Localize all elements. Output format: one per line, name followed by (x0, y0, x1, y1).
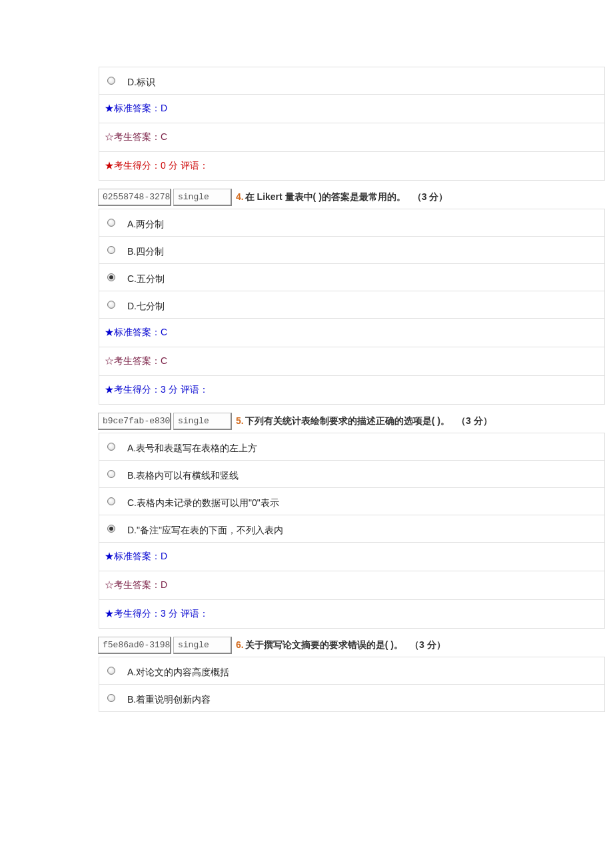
question-type-box: single (173, 189, 232, 206)
question-id-box: b9ce7fab-e830- (98, 413, 171, 430)
comment-label: 评语： (178, 608, 209, 619)
score-unit: 分 (169, 384, 178, 395)
std-value: D (161, 551, 167, 561)
radio-icon[interactable] (107, 470, 115, 478)
option-text: C.表格内未记录的数据可以用"0"表示 (127, 493, 279, 509)
radio-icon[interactable] (107, 246, 115, 254)
comment-label: 评语： (178, 384, 209, 395)
score-row: ★考生得分：3 分 评语： (99, 599, 605, 629)
question-title-line: 6. 关于撰写论文摘要的要求错误的是( )。 （3 分） (232, 639, 446, 654)
option-row-b[interactable]: B.着重说明创新内容 (99, 684, 605, 712)
radio-icon[interactable] (107, 667, 115, 675)
option-row-d[interactable]: D.标识 (99, 67, 605, 94)
question-id-box: 02558748-3278- (98, 189, 171, 206)
question-text: 关于撰写论文摘要的要求错误的是( )。 (245, 639, 403, 653)
score-unit: 分 (169, 608, 178, 619)
stu-label: ☆考生答案： (105, 579, 161, 590)
question-text: 下列有关统计表绘制要求的描述正确的选项是( )。 (245, 415, 450, 429)
std-value: D (161, 103, 167, 113)
student-answer-row: ☆考生答案：C (99, 347, 605, 375)
option-row-c[interactable]: C.五分制 (99, 263, 605, 291)
score-row: ★考生得分：3 分 评语： (99, 375, 605, 405)
option-row-b[interactable]: B.四分制 (99, 236, 605, 263)
standard-answer-row: ★标准答案：D (99, 542, 605, 571)
radio-icon[interactable] (107, 273, 115, 281)
radio-icon[interactable] (107, 497, 115, 505)
stu-label: ☆考生答案： (105, 131, 161, 142)
question-number: 5. (236, 415, 244, 427)
stu-label: ☆考生答案： (105, 355, 161, 366)
option-row-d[interactable]: D.七分制 (99, 291, 605, 318)
option-text: A.两分制 (127, 215, 164, 231)
score-row: ★考生得分：0 分 评语： (99, 151, 605, 181)
score-value: 3 (161, 608, 166, 619)
student-answer-row: ☆考生答案：D (99, 571, 605, 599)
std-label: ★标准答案： (105, 551, 161, 561)
option-row-a[interactable]: A.对论文的内容高度概括 (99, 657, 605, 684)
score-label: ★考生得分： (105, 384, 161, 395)
score-label: ★考生得分： (105, 160, 161, 171)
std-value: C (161, 327, 167, 337)
option-text: C.五分制 (127, 269, 165, 285)
question-6-block: A.对论文的内容高度概括 B.着重说明创新内容 (99, 657, 605, 712)
option-text: A.对论文的内容高度概括 (127, 663, 229, 679)
stu-value: D (161, 579, 167, 590)
option-row-c[interactable]: C.表格内未记录的数据可以用"0"表示 (99, 487, 605, 515)
option-row-b[interactable]: B.表格内可以有横线和竖线 (99, 460, 605, 487)
question-3-tail: D.标识 ★标准答案：D ☆考生答案：C ★考生得分：0 分 评语： (99, 67, 605, 181)
question-6-header: f5e86ad0-3198- single 6. 关于撰写论文摘要的要求错误的是… (99, 637, 605, 654)
question-4-header: 02558748-3278- single 4. 在 Likert 量表中( )… (99, 189, 605, 206)
question-id-box: f5e86ad0-3198- (98, 637, 171, 654)
student-answer-row: ☆考生答案：C (99, 123, 605, 151)
option-text: D."备注"应写在表的下面，不列入表内 (127, 521, 283, 537)
question-points: （3 分） (410, 639, 446, 653)
stu-value: C (161, 355, 167, 366)
question-title-line: 4. 在 Likert 量表中( )的答案是最常用的。 （3 分） (232, 191, 448, 206)
stu-value: C (161, 131, 167, 142)
option-text: B.表格内可以有横线和竖线 (127, 466, 239, 482)
radio-icon[interactable] (107, 301, 115, 309)
std-label: ★标准答案： (105, 103, 161, 113)
radio-icon[interactable] (107, 694, 115, 702)
option-row-d[interactable]: D."备注"应写在表的下面，不列入表内 (99, 515, 605, 542)
question-type-box: single (173, 413, 232, 430)
radio-icon[interactable] (107, 219, 115, 227)
radio-icon[interactable] (107, 443, 115, 451)
question-5-header: b9ce7fab-e830- single 5. 下列有关统计表绘制要求的描述正… (99, 413, 605, 430)
standard-answer-row: ★标准答案：D (99, 94, 605, 123)
score-unit: 分 (169, 160, 178, 171)
option-text: B.四分制 (127, 242, 164, 258)
option-row-a[interactable]: A.两分制 (99, 209, 605, 236)
question-number: 6. (236, 639, 244, 651)
score-label: ★考生得分： (105, 608, 161, 619)
score-value: 0 (161, 160, 166, 171)
standard-answer-row: ★标准答案：C (99, 318, 605, 347)
question-5-block: A.表号和表题写在表格的左上方 B.表格内可以有横线和竖线 C.表格内未记录的数… (99, 433, 605, 629)
question-points: （3 分） (412, 191, 448, 205)
question-4-block: A.两分制 B.四分制 C.五分制 D.七分制 ★标准答案：C ☆考生答案：C … (99, 209, 605, 405)
option-text: B.着重说明创新内容 (127, 690, 211, 706)
option-row-a[interactable]: A.表号和表题写在表格的左上方 (99, 433, 605, 460)
std-label: ★标准答案： (105, 327, 161, 337)
option-text: A.表号和表题写在表格的左上方 (127, 439, 257, 455)
question-title-line: 5. 下列有关统计表绘制要求的描述正确的选项是( )。 （3 分） (232, 415, 492, 430)
question-type-box: single (173, 637, 232, 654)
score-value: 3 (161, 384, 166, 395)
comment-label: 评语： (178, 160, 209, 171)
question-text: 在 Likert 量表中( )的答案是最常用的。 (245, 191, 406, 205)
option-text: D.七分制 (127, 297, 165, 313)
option-text: D.标识 (127, 73, 155, 89)
radio-icon[interactable] (107, 525, 115, 533)
radio-icon[interactable] (107, 77, 115, 85)
question-points: （3 分） (456, 415, 492, 429)
question-number: 4. (236, 191, 244, 203)
